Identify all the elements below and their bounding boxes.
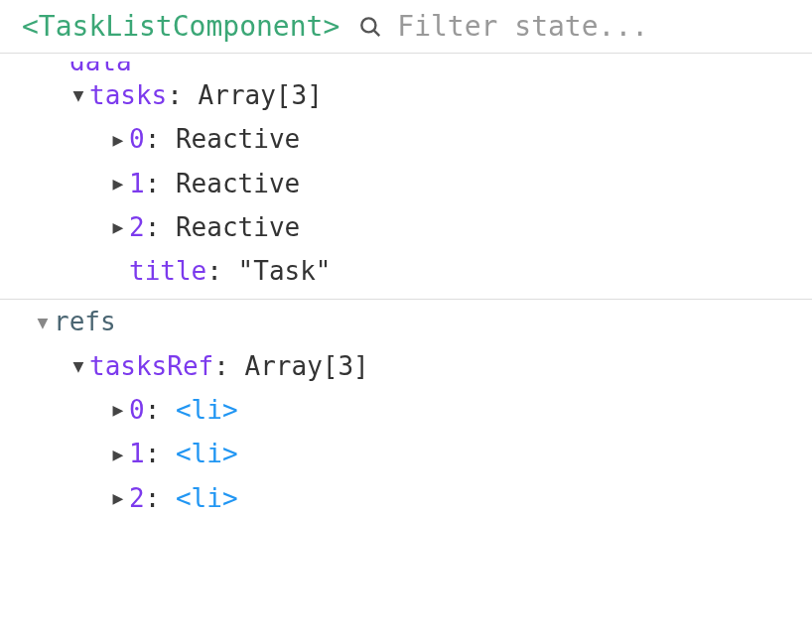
tree-row-tasksref[interactable]: ▼ tasksRef: Array[3] bbox=[0, 344, 812, 388]
tree-row-tasksref-1[interactable]: ▶ 1: <li> bbox=[0, 432, 812, 475]
colon: : bbox=[167, 75, 198, 115]
chevron-right-icon[interactable]: ▶ bbox=[107, 441, 129, 468]
chevron-down-icon[interactable]: ▼ bbox=[68, 352, 89, 380]
prop-value: Reactive bbox=[176, 207, 300, 247]
component-name: <TaskListComponent> bbox=[22, 10, 339, 43]
tree-section-refs[interactable]: ▼ refs bbox=[0, 300, 812, 343]
tree-row-tasks-0[interactable]: ▶ 0: Reactive bbox=[0, 117, 812, 161]
chevron-right-icon[interactable]: ▶ bbox=[107, 396, 129, 424]
prop-key: 2 bbox=[129, 207, 145, 247]
prop-key: tasksRef bbox=[89, 346, 213, 386]
chevron-right-icon[interactable]: ▶ bbox=[107, 213, 129, 241]
svg-line-1 bbox=[374, 30, 380, 36]
truncated-data-label: data bbox=[0, 62, 812, 73]
prop-key: 0 bbox=[129, 119, 145, 159]
tree-row-tasks-2[interactable]: ▶ 2: Reactive bbox=[0, 205, 812, 249]
state-tree: data ▼ tasks: Array[3] ▶ 0: Reactive ▶ 1… bbox=[0, 54, 812, 644]
prop-value: Array[3] bbox=[245, 346, 369, 386]
prop-key: tasks bbox=[89, 75, 167, 115]
chevron-down-icon[interactable]: ▼ bbox=[68, 81, 89, 109]
filter-state-input[interactable] bbox=[397, 10, 790, 43]
prop-value: Reactive bbox=[176, 119, 300, 159]
tree-row-title[interactable]: ▶ title: "Task" bbox=[0, 249, 812, 293]
prop-key: 2 bbox=[129, 478, 145, 518]
chevron-right-icon[interactable]: ▶ bbox=[107, 126, 129, 154]
prop-value: "Task" bbox=[238, 251, 332, 291]
tree-row-tasksref-2[interactable]: ▶ 2: <li> bbox=[0, 476, 812, 520]
prop-value: <li> bbox=[176, 434, 238, 473]
prop-value: Reactive bbox=[176, 164, 300, 203]
prop-value: <li> bbox=[176, 390, 238, 430]
section-label: refs bbox=[54, 302, 116, 341]
tree-row-tasksref-0[interactable]: ▶ 0: <li> bbox=[0, 388, 812, 432]
prop-value: <li> bbox=[176, 478, 238, 518]
chevron-down-icon[interactable]: ▼ bbox=[32, 309, 54, 336]
prop-key: 1 bbox=[129, 164, 145, 203]
devtools-state-panel: <TaskListComponent> data ▼ tasks: Array[… bbox=[0, 0, 812, 644]
prop-key: 1 bbox=[129, 434, 145, 473]
prop-value: Array[3] bbox=[199, 75, 323, 115]
search-wrap bbox=[357, 10, 790, 43]
tree-row-tasks[interactable]: ▼ tasks: Array[3] bbox=[0, 73, 812, 117]
tree-row-tasks-1[interactable]: ▶ 1: Reactive bbox=[0, 162, 812, 205]
prop-key: title bbox=[129, 251, 206, 291]
chevron-right-icon[interactable]: ▶ bbox=[107, 484, 129, 512]
search-icon bbox=[357, 14, 383, 40]
chevron-right-icon[interactable]: ▶ bbox=[107, 170, 129, 197]
panel-header: <TaskListComponent> bbox=[0, 0, 812, 54]
prop-key: 0 bbox=[129, 390, 145, 430]
svg-point-0 bbox=[362, 18, 376, 32]
